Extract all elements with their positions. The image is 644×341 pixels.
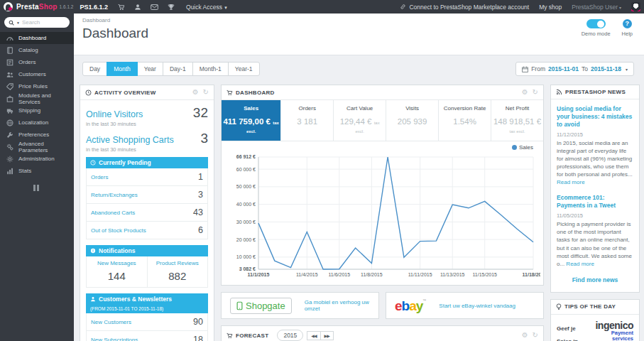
news-article: Using social media for your business: 4 … [557, 105, 633, 186]
panel-settings-icon[interactable]: ⚙ [192, 89, 199, 96]
sidebar-item-customers[interactable]: Customers [0, 68, 74, 80]
panel-refresh-icon[interactable]: ↻ [533, 332, 538, 339]
cart-icon[interactable] [118, 4, 125, 11]
metric-conversion-rate[interactable]: Conversion Rate1.54% [439, 100, 491, 141]
news-article-date: 11/05/2015 [557, 212, 633, 219]
range-tab-month[interactable]: Month [107, 62, 138, 76]
date-range-picker[interactable]: From 2015-11-01 To 2015-11-18 ▾ [515, 62, 634, 76]
dashboard-cart-icon [227, 90, 233, 96]
trophy-icon[interactable] [168, 4, 175, 11]
calendar-icon [522, 66, 528, 72]
shopgate-banner[interactable]: Shopgate Ga mobiel en verhoog uw omzet [221, 292, 379, 319]
topbar: PrestaShop 1.6.1.2 PS1.6.1.2 Quick Acces… [0, 0, 644, 13]
user-menu[interactable]: PrestaShop User▾ [572, 4, 621, 11]
breadcrumb[interactable]: Dashboard [82, 17, 644, 23]
read-more-link[interactable]: Read more [557, 179, 585, 185]
range-tab-day[interactable]: Day [82, 62, 107, 76]
sidebar-item-dashboard[interactable]: Dashboard [0, 32, 74, 44]
sidebar-item-advanced-parameters[interactable]: Advanced Parameters [0, 141, 74, 153]
demo-mode-label: Demo mode [582, 31, 611, 37]
sidebar-item-preferences[interactable]: Preferences [0, 129, 74, 141]
svg-text:30 000 €: 30 000 € [236, 220, 256, 224]
brand-name: PrestaShop [16, 3, 58, 11]
forecast-cart-icon [227, 332, 233, 339]
sidebar-item-modules-and-services[interactable]: Modules and Services [0, 92, 74, 104]
ebay-banner[interactable]: ebay™ Start uw eBay-winkel vandaag [386, 292, 544, 319]
svg-text:11/15/2015: 11/15/2015 [472, 272, 497, 277]
sidebar-item-price-rules[interactable]: Price Rules [0, 80, 74, 92]
forecast-next-button[interactable]: ▶▶ [320, 331, 334, 340]
ebay-link[interactable]: Start uw eBay-winkel vandaag [439, 303, 515, 309]
search-scope-caret-icon[interactable]: ▼ [16, 21, 20, 25]
help-icon[interactable]: ? [623, 19, 632, 28]
svg-text:11/8/2015: 11/8/2015 [361, 272, 383, 277]
prestashop-logo-icon [4, 2, 13, 11]
new-messages-cell[interactable]: New Messages 144 [86, 256, 148, 288]
customers-icon [6, 71, 13, 78]
user-icon[interactable] [134, 4, 141, 11]
pending-row-out-of-stock[interactable]: Out of Stock Products6 [86, 222, 208, 239]
preferences-icon [6, 131, 13, 139]
range-tab-day-1[interactable]: Day-1 [163, 62, 193, 76]
page-header: Dashboard Dashboard Demo mode ? Help [74, 13, 644, 55]
localization-icon [6, 119, 13, 126]
shopgate-link[interactable]: Ga mobiel en verhoog uw omzet [305, 299, 370, 312]
chart-legend[interactable]: Sales [512, 144, 533, 151]
marketplace-connect-link[interactable]: Connect to PrestaShop Marketplace accoun… [400, 4, 529, 11]
quick-access-menu[interactable]: Quick Access▼ [186, 4, 228, 11]
brand-version: 1.6.1.2 [60, 4, 74, 9]
forecast-prev-button[interactable]: ◀◀ [307, 331, 320, 340]
read-more-link[interactable]: Read more [566, 261, 594, 267]
online-visitors-link[interactable]: Online Visitors [86, 109, 143, 119]
news-article-title[interactable]: Using social media for your business: 4 … [557, 105, 633, 129]
lightbulb-icon [556, 303, 562, 310]
sidebar-item-catalog[interactable]: Catalog [0, 44, 74, 56]
news-article: Ecommerce 101: Payments in a Tweet 11/05… [557, 194, 633, 267]
range-tab-year[interactable]: Year [137, 62, 163, 76]
sidebar-item-localization[interactable]: Localization [0, 117, 74, 129]
metric-visits[interactable]: Visits205 939 [386, 100, 439, 141]
metric-sales[interactable]: Sales411 759,00 € tax excl. [222, 100, 281, 141]
catalog-icon [6, 47, 13, 54]
news-article-excerpt: Picking a payment provider is one of the… [557, 220, 633, 267]
pending-row-orders[interactable]: Orders1 [86, 168, 208, 186]
main-content: Dashboard Dashboard Demo mode ? Help Day… [74, 13, 644, 341]
panel-settings-icon[interactable]: ⚙ [522, 89, 528, 96]
menu-collapse-button[interactable] [33, 185, 40, 191]
search-input[interactable] [22, 19, 63, 26]
metric-cart-value[interactable]: Cart Value129,44 € tax excl. [334, 100, 386, 141]
panel-settings-icon[interactable]: ⚙ [522, 332, 528, 339]
pending-row-abandoned-carts[interactable]: Abandoned Carts43 [86, 204, 208, 222]
sidebar-item-administration[interactable]: Administration [0, 153, 74, 165]
range-tab-year-1[interactable]: Year-1 [228, 62, 260, 76]
svg-text:20 000 €: 20 000 € [236, 237, 256, 242]
help-label: Help [622, 31, 633, 37]
panel-refresh-icon[interactable]: ↻ [533, 89, 538, 96]
mail-icon[interactable] [151, 4, 158, 11]
sidebar-search[interactable]: ▼ [4, 17, 70, 28]
clock-icon [90, 160, 96, 166]
metric-net-profit[interactable]: Net Profit148 918,51 € tax excl. [491, 100, 543, 141]
metric-orders[interactable]: Orders3 181 [281, 100, 334, 141]
user-avatar[interactable] [631, 2, 640, 11]
new-customers-row[interactable]: New Customers90 [86, 313, 208, 331]
demo-mode-toggle[interactable] [586, 19, 606, 28]
panel-refresh-icon[interactable]: ↻ [203, 89, 209, 96]
svg-text:11/6/2015: 11/6/2015 [329, 272, 351, 277]
news-article-title[interactable]: Ecommerce 101: Payments in a Tweet [557, 194, 633, 210]
new-subscriptions-row[interactable]: New Subscriptions18 [86, 331, 208, 341]
online-visitors-value: 32 [193, 105, 208, 121]
pending-row-returns[interactable]: Return/Exchanges3 [86, 186, 208, 204]
my-shop-link[interactable]: My shop [539, 4, 562, 11]
sidebar-item-shipping[interactable]: Shipping [0, 104, 74, 117]
sidebar-item-stats[interactable]: Stats [0, 165, 74, 177]
active-carts-link[interactable]: Active Shopping Carts [86, 135, 174, 145]
range-tab-month-1[interactable]: Month-1 [192, 62, 229, 76]
sidebar-item-orders[interactable]: Orders [0, 56, 74, 68]
find-more-news-link[interactable]: Find more news [557, 276, 633, 283]
help-control: ? Help [622, 19, 633, 37]
forecast-panel: FORECAST 2015 ◀◀ ▶▶ ⚙ ↻ TrafficConversio… [221, 325, 544, 341]
online-visitors-sub: in the last 30 minutes [86, 121, 208, 127]
forecast-year-pill[interactable]: 2015 [277, 330, 303, 341]
product-reviews-cell[interactable]: Product Reviews 882 [148, 256, 209, 288]
